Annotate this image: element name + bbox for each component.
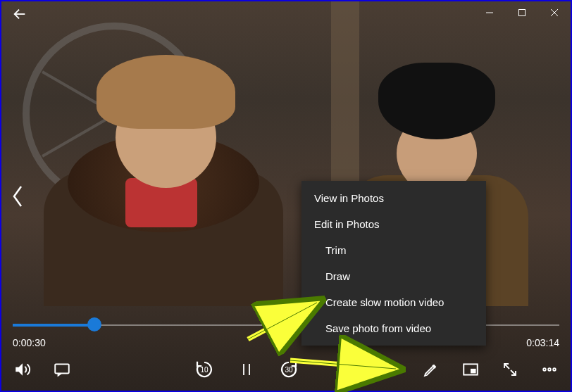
more-options-button[interactable]	[538, 358, 561, 381]
skip-back-label: 10	[200, 366, 208, 374]
svg-line-12	[511, 370, 516, 375]
volume-button[interactable]	[11, 358, 34, 381]
svg-marker-5	[15, 363, 23, 375]
menu-draw[interactable]: Draw	[301, 263, 486, 289]
svg-rect-1	[519, 10, 526, 16]
seek-progress	[13, 324, 94, 327]
menu-trim[interactable]: Trim	[301, 237, 486, 263]
svg-point-14	[548, 368, 551, 371]
edit-button[interactable]	[420, 358, 442, 381]
video-player-window: 0:00:30 0:03:14 10 30	[0, 0, 572, 392]
play-pause-button[interactable]	[235, 358, 258, 381]
edit-context-menu: View in Photos Edit in Photos Trim Draw …	[301, 181, 486, 346]
close-button[interactable]	[538, 1, 571, 24]
svg-point-13	[543, 368, 546, 371]
skip-forward-label: 30	[285, 366, 292, 374]
total-time: 0:03:14	[526, 337, 559, 348]
minimize-button[interactable]	[473, 1, 506, 24]
subtitles-button[interactable]	[51, 358, 73, 381]
elapsed-time: 0:00:30	[13, 337, 46, 348]
fullscreen-button[interactable]	[499, 358, 521, 381]
back-button[interactable]	[6, 3, 34, 25]
skip-forward-button[interactable]: 30	[278, 358, 300, 381]
svg-rect-10	[471, 369, 476, 374]
svg-rect-6	[55, 364, 69, 373]
menu-create-slow-motion[interactable]: Create slow motion video	[301, 289, 486, 315]
mini-view-button[interactable]	[459, 358, 482, 381]
transport-bar: 10 30	[1, 354, 571, 385]
seek-thumb[interactable]	[87, 317, 101, 331]
svg-point-15	[553, 368, 556, 371]
previous-media-button[interactable]	[7, 177, 30, 216]
menu-edit-in-photos[interactable]: Edit in Photos	[301, 211, 486, 237]
window-titlebar	[473, 1, 571, 24]
skip-back-button[interactable]: 10	[193, 358, 216, 381]
svg-line-11	[504, 364, 509, 369]
menu-save-photo-from-video[interactable]: Save photo from video	[301, 315, 486, 341]
maximize-button[interactable]	[506, 1, 538, 24]
menu-view-in-photos[interactable]: View in Photos	[301, 185, 486, 211]
